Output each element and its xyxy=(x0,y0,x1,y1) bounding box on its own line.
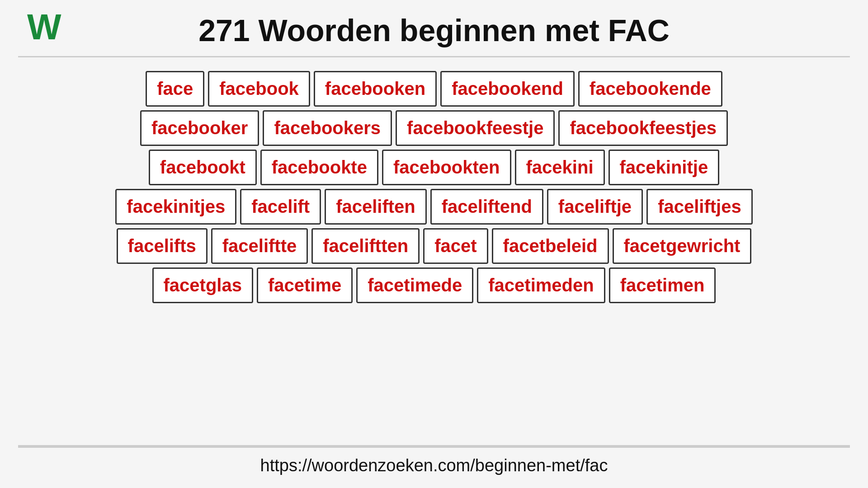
page-title: 271 Woorden beginnen met FAC xyxy=(198,13,670,48)
word-box-1-1[interactable]: facebookers xyxy=(263,110,392,146)
word-row-3: facekinitjesfaceliftfaceliftenfaceliften… xyxy=(23,189,845,225)
word-box-5-1[interactable]: facetime xyxy=(257,267,353,303)
word-suffix: ebook xyxy=(245,79,299,99)
word-box-1-2[interactable]: facebookfeestje xyxy=(396,110,555,146)
word-suffix: ebookt xyxy=(186,157,245,177)
word-suffix: eliftten xyxy=(349,236,408,256)
word-prefix: fac xyxy=(434,236,461,256)
word-box-4-5[interactable]: facetgewricht xyxy=(613,228,752,264)
word-suffix: etbeleid xyxy=(529,236,597,256)
word-box-3-0[interactable]: facekinitjes xyxy=(115,189,236,225)
word-text-2-4: facekinitje xyxy=(620,157,708,178)
word-text-0-3: facebookend xyxy=(452,79,563,99)
word-suffix: et xyxy=(461,236,477,256)
word-text-1-2: facebookfeestje xyxy=(407,118,543,138)
word-suffix: ekinitjes xyxy=(153,197,225,216)
word-prefix: fac xyxy=(590,79,616,99)
word-box-0-0[interactable]: face xyxy=(146,71,204,107)
word-text-4-4: facetbeleid xyxy=(503,236,598,256)
word-box-4-4[interactable]: facetbeleid xyxy=(492,228,609,264)
word-box-3-4[interactable]: faceliftje xyxy=(547,189,643,225)
word-box-1-0[interactable]: facebooker xyxy=(140,110,259,146)
word-box-0-2[interactable]: facebooken xyxy=(314,71,437,107)
word-box-3-1[interactable]: facelift xyxy=(240,189,321,225)
word-text-3-2: faceliften xyxy=(336,197,415,217)
word-prefix: fac xyxy=(151,118,178,138)
word-box-0-1[interactable]: facebook xyxy=(208,71,310,107)
word-suffix: ebooken xyxy=(351,79,425,99)
word-text-5-1: facetime xyxy=(268,275,341,296)
word-box-2-4[interactable]: facekinitje xyxy=(609,150,720,185)
word-prefix: fac xyxy=(323,236,349,256)
word-box-2-2[interactable]: facebookten xyxy=(382,150,511,185)
word-text-4-0: facelifts xyxy=(128,236,196,256)
word-suffix: eliftjes xyxy=(684,197,741,216)
word-prefix: fac xyxy=(488,275,514,295)
word-box-3-5[interactable]: faceliftjes xyxy=(646,189,753,225)
word-text-2-3: facekini xyxy=(526,157,594,178)
word-box-3-3[interactable]: faceliftend xyxy=(430,189,543,225)
word-row-4: faceliftsfacelifttefacelifttenfacetfacet… xyxy=(23,228,845,264)
word-box-3-2[interactable]: faceliften xyxy=(325,189,427,225)
word-prefix: fac xyxy=(442,197,468,216)
word-box-4-0[interactable]: facelifts xyxy=(117,228,208,264)
word-box-2-3[interactable]: facekini xyxy=(515,150,605,185)
word-box-2-1[interactable]: facebookte xyxy=(260,150,378,185)
word-row-2: facebooktfacebooktefacebooktenfacekinifa… xyxy=(23,150,845,185)
word-text-0-0: face xyxy=(157,79,193,99)
word-suffix: etgewricht xyxy=(650,236,740,256)
word-suffix: eliften xyxy=(362,197,415,216)
word-suffix: elifts xyxy=(154,236,196,256)
word-prefix: fac xyxy=(624,236,650,256)
word-prefix: fac xyxy=(558,197,585,216)
word-box-0-4[interactable]: facebookende xyxy=(578,71,722,107)
word-suffix: eliftte xyxy=(249,236,297,256)
word-suffix: ebookten xyxy=(420,157,500,177)
word-box-4-2[interactable]: faceliftten xyxy=(311,228,420,264)
word-box-4-3[interactable]: facet xyxy=(423,228,488,264)
word-prefix: fac xyxy=(219,79,245,99)
word-prefix: fac xyxy=(325,79,351,99)
word-prefix: fac xyxy=(164,275,190,295)
word-text-1-0: facebooker xyxy=(151,118,248,138)
word-box-5-0[interactable]: facetglas xyxy=(152,267,253,303)
word-box-5-2[interactable]: facetimede xyxy=(356,267,473,303)
word-text-2-1: facebookte xyxy=(272,157,367,178)
word-prefix: fac xyxy=(393,157,420,177)
word-prefix: fac xyxy=(526,157,552,177)
word-suffix: ebookfeestje xyxy=(433,118,544,138)
word-text-0-1: facebook xyxy=(219,79,299,99)
word-text-3-1: facelift xyxy=(251,197,310,217)
word-prefix: fac xyxy=(272,157,298,177)
word-text-0-4: facebookende xyxy=(590,79,711,99)
word-suffix: ekini xyxy=(552,157,593,177)
word-suffix: etimen xyxy=(646,275,705,295)
word-text-3-5: faceliftjes xyxy=(658,197,741,217)
word-prefix: fac xyxy=(570,118,596,138)
word-prefix: fac xyxy=(336,197,362,216)
logo: W xyxy=(27,9,61,45)
word-box-1-3[interactable]: facebookfeestjes xyxy=(558,110,728,146)
word-box-4-1[interactable]: faceliftte xyxy=(211,228,308,264)
word-prefix: fac xyxy=(407,118,433,138)
word-suffix: e xyxy=(183,79,193,99)
word-suffix: ekinitje xyxy=(646,157,708,177)
word-text-0-2: facebooken xyxy=(325,79,425,99)
word-prefix: fac xyxy=(620,275,646,295)
word-suffix: ebookend xyxy=(478,79,563,99)
word-text-2-0: facebookt xyxy=(160,157,245,178)
word-box-2-0[interactable]: facebookt xyxy=(149,150,257,185)
word-suffix: ebookfeestjes xyxy=(596,118,717,138)
word-box-5-3[interactable]: facetimeden xyxy=(477,267,605,303)
word-box-5-4[interactable]: facetimen xyxy=(609,267,716,303)
word-suffix: etglas xyxy=(189,275,242,295)
word-text-4-5: facetgewricht xyxy=(624,236,741,256)
word-suffix: eliftje xyxy=(585,197,632,216)
word-row-0: facefacebookfacebookenfacebookendfaceboo… xyxy=(23,71,845,107)
word-prefix: fac xyxy=(268,275,294,295)
word-box-0-3[interactable]: facebookend xyxy=(440,71,575,107)
word-prefix: fac xyxy=(128,236,154,256)
word-text-5-3: facetimeden xyxy=(488,275,594,296)
word-prefix: fac xyxy=(503,236,529,256)
word-suffix: etime xyxy=(294,275,342,295)
